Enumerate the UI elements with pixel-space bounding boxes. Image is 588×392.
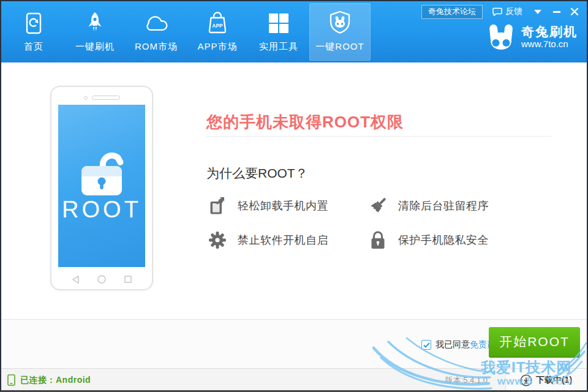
phone-illustration: ROOT [50,86,153,290]
tab-rom-market-label: ROM市场 [126,41,187,53]
app-logo: 奇兔刷机 www.7to.cn [486,24,578,50]
chevron-down-icon [534,10,541,14]
titlebar-controls: 奇兔技术论坛 反馈 [421,4,584,19]
close-button[interactable] [565,4,584,19]
header: 首页 一键刷机 ROM市场 APP APP市场 [1,1,587,62]
minimize-button[interactable] [548,4,565,19]
phone-nav-buttons [51,275,152,284]
phone-camera-dot [84,96,88,100]
feedback-button-label: 反馈 [505,6,522,17]
cloud-icon [143,10,169,36]
connection-label: 已连接：Android [20,375,91,386]
gear-icon [208,230,227,250]
chat-bubble-icon [492,7,502,16]
tools-grid-icon [266,10,292,36]
main-panel: ROOT 您的手机未取得ROOT权限 为什么要ROOT？ 轻松卸载手机内置 [1,62,587,319]
feature-privacy: 保护手机隐私安全 [368,230,489,250]
feature-label: 禁止软件开机自启 [238,233,328,247]
app-window: 首页 一键刷机 ROM市场 APP APP市场 [0,0,588,392]
android-recents-icon [124,276,132,283]
close-icon [571,8,578,15]
uninstall-icon [208,196,227,216]
android-home-icon [97,275,106,284]
agree-checkbox[interactable] [421,340,431,350]
why-root-heading: 为什么要ROOT？ [206,165,308,182]
logo-url: www.7to.cn [521,39,578,49]
tab-flash[interactable]: 一键刷机 [64,3,126,61]
feature-clean: 清除后台驻留程序 [368,196,489,216]
feedback-button[interactable]: 反馈 [488,4,527,19]
download-button[interactable]: 下载中(1) [505,369,586,391]
forum-button-label: 奇兔技术论坛 [428,6,476,17]
feature-uninstall: 轻松卸载手机内置 [208,196,328,216]
tab-tools[interactable]: 实用工具 [248,3,309,61]
action-bar: 我已同意 免责声明 开始ROOT [1,319,587,368]
start-root-button[interactable]: 开始ROOT [489,327,580,358]
home-refresh-icon [21,10,47,36]
app-bag-icon: APP [205,10,230,36]
tab-app-market[interactable]: APP APP市场 [187,3,248,61]
tab-home-label: 首页 [3,41,64,53]
feature-label: 保护手机隐私安全 [398,233,489,247]
feature-autostart: 禁止软件开机自启 [208,230,328,250]
root-shield-icon [327,10,353,36]
status-bar: 已连接：Android 版本:5.4.1.0 下载中(1) [1,368,587,391]
logo-name: 奇兔刷机 [521,24,578,39]
agree-label: 我已同意 [435,339,470,350]
phone-screen: ROOT [58,105,145,267]
phone-speaker [92,96,120,100]
divider [206,136,551,137]
android-back-icon [72,276,79,284]
tab-flash-label: 一键刷机 [64,41,126,53]
lock-icon [368,230,388,250]
phone-top-detail [51,96,152,100]
connection-status: 已连接：Android [7,369,91,391]
minimize-icon [553,11,560,13]
forum-button[interactable]: 奇兔技术论坛 [421,5,483,19]
feature-label: 清除后台驻留程序 [398,198,489,213]
tab-rom-market[interactable]: ROM市场 [126,3,187,61]
feature-label: 轻松卸载手机内置 [238,198,328,213]
connected-phone-icon [7,374,15,386]
tab-home[interactable]: 首页 [3,3,64,61]
checkmark-icon [423,342,430,348]
download-circle-icon [520,374,532,386]
svg-text:APP: APP [212,23,223,29]
download-label: 下载中(1) [536,375,572,386]
root-status-title: 您的手机未取得ROOT权限 [206,111,404,133]
screen-root-label: ROOT [58,197,145,223]
tab-one-key-root-label: 一键ROOT [309,41,371,53]
tab-one-key-root[interactable]: 一键ROOT [309,3,371,61]
tab-tools-label: 实用工具 [248,41,309,53]
rocket-icon [82,10,108,36]
brush-icon [368,196,388,216]
open-lock-icon [71,137,132,202]
menu-caret-button[interactable] [527,4,548,19]
tab-app-market-label: APP市场 [187,41,248,53]
rabbit-logo-icon [486,24,516,50]
main-nav: 首页 一键刷机 ROM市场 APP APP市场 [3,3,371,61]
version-label: 版本:5.4.1.0 [445,369,488,391]
